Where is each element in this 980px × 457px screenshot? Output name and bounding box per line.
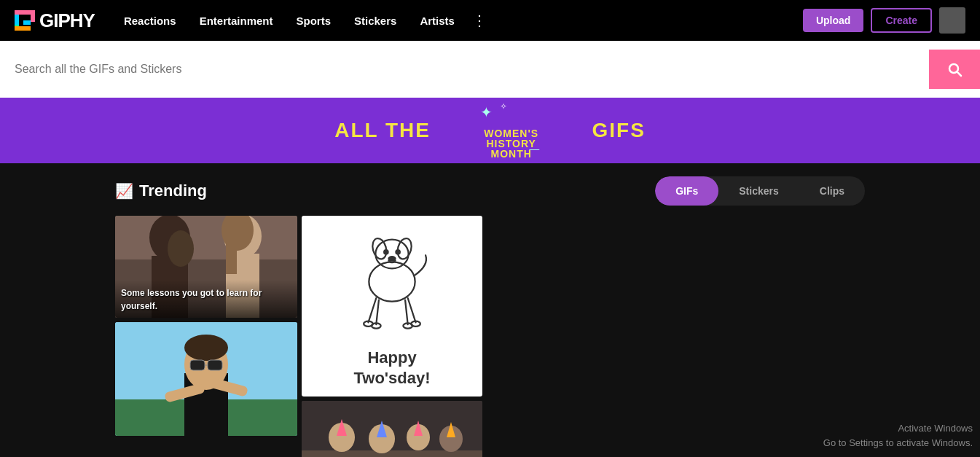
- tab-clips[interactable]: Clips: [799, 176, 865, 206]
- banner: ✦ ✧ — ALL THE WOMEN'S HISTORY MONTH GIFS: [0, 98, 980, 163]
- svg-point-29: [384, 250, 388, 254]
- svg-rect-42: [302, 450, 482, 457]
- svg-rect-3: [15, 26, 31, 31]
- logo[interactable]: GIPHY: [15, 9, 95, 32]
- search-icon: [946, 60, 963, 78]
- svg-point-26: [375, 240, 408, 269]
- gif3-text-area: Happy Two'sday!: [353, 348, 430, 397]
- svg-rect-14: [226, 230, 237, 274]
- create-button[interactable]: Create: [871, 8, 932, 33]
- giphy-logo-icon: [15, 10, 35, 31]
- trending-section: 📈 Trending GIFs Stickers Clips: [0, 163, 980, 457]
- nav-item-reactions[interactable]: Reactions: [112, 0, 188, 41]
- trending-title: Trending: [139, 181, 207, 200]
- gif1-caption: Some lessons you got to learn for yourse…: [121, 288, 262, 311]
- gif-item[interactable]: Some lessons you got to learn for yourse…: [115, 216, 297, 318]
- nav-actions: Upload Create: [803, 7, 965, 34]
- avatar[interactable]: [939, 7, 965, 34]
- svg-point-19: [184, 335, 228, 361]
- gif3-dog: [302, 216, 482, 348]
- sparkle3-icon: —: [529, 143, 539, 155]
- gif4-image: [302, 401, 482, 457]
- windows-activate: Activate Windows Go to Settings to activ…: [823, 421, 973, 450]
- tab-stickers[interactable]: Stickers: [718, 176, 799, 206]
- trending-header: 📈 Trending GIFs Stickers Clips: [115, 176, 865, 206]
- upload-button[interactable]: Upload: [803, 9, 863, 32]
- sparkle2-icon: ✧: [500, 101, 507, 112]
- nav-item-stickers[interactable]: Stickers: [342, 0, 408, 41]
- nav-links: Reactions Entertainment Sports Stickers …: [112, 0, 803, 41]
- trending-icon: 📈: [115, 182, 133, 200]
- svg-point-38: [364, 321, 373, 327]
- gif-item[interactable]: Happy Two'sday!: [302, 216, 482, 397]
- gif1-caption-overlay: Some lessons you got to learn for yourse…: [115, 280, 297, 318]
- svg-rect-21: [208, 360, 222, 370]
- gif2-image: [115, 322, 297, 436]
- search-bar: [0, 50, 980, 89]
- windows-activate-subtitle: Go to Settings to activate Windows.: [823, 436, 973, 450]
- svg-line-33: [405, 300, 408, 324]
- search-input[interactable]: [0, 50, 929, 89]
- svg-line-35: [408, 298, 416, 322]
- navbar: GIPHY Reactions Entertainment Sports Sti…: [0, 0, 980, 41]
- gif3-line1: Happy Two'sday!: [353, 348, 430, 389]
- svg-point-39: [411, 321, 420, 327]
- svg-point-31: [388, 257, 395, 260]
- svg-line-32: [376, 300, 379, 324]
- gif-grid: Some lessons you got to learn for yourse…: [115, 216, 865, 457]
- gif-column-middle: Happy Two'sday!: [302, 216, 482, 457]
- gif-item[interactable]: [115, 322, 297, 436]
- nav-item-sports[interactable]: Sports: [284, 0, 342, 41]
- tab-gifs[interactable]: GIFs: [655, 176, 718, 206]
- sparkle-icon: ✦: [480, 103, 493, 121]
- windows-activate-title: Activate Windows: [823, 421, 973, 436]
- banner-after-text: GIFS: [592, 120, 645, 141]
- search-button[interactable]: [929, 50, 980, 89]
- banner-before-text: ALL THE: [334, 120, 431, 141]
- more-menu-button[interactable]: ⋮: [466, 0, 493, 41]
- svg-point-10: [168, 230, 194, 267]
- nav-item-artists[interactable]: Artists: [408, 0, 466, 41]
- trending-title-area: 📈 Trending: [115, 181, 207, 200]
- svg-rect-20: [190, 360, 205, 370]
- svg-line-34: [368, 298, 376, 322]
- svg-rect-4: [31, 10, 35, 22]
- gif-item[interactable]: [302, 401, 482, 457]
- svg-rect-2: [15, 10, 31, 15]
- tab-group: GIFs Stickers Clips: [655, 176, 865, 206]
- gif-column-left: Some lessons you got to learn for yourse…: [115, 216, 297, 457]
- logo-text: GIPHY: [39, 9, 95, 32]
- search-section: [0, 41, 980, 98]
- svg-point-30: [396, 250, 399, 254]
- svg-rect-5: [23, 20, 31, 25]
- nav-item-entertainment[interactable]: Entertainment: [188, 0, 285, 41]
